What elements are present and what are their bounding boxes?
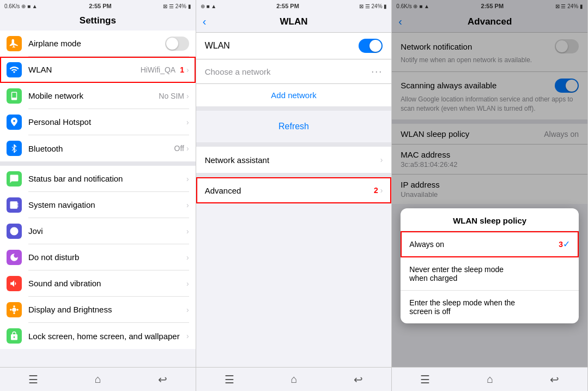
settings-row-statusbar[interactable]: Status bar and notification › (0, 166, 196, 192)
advanced-chevron: › (380, 186, 383, 195)
settings-panel: 0.6K/s ⊕ ■ ▲ 2:55 PM ⊠ ☰ 24% ▮ Settings … (0, 0, 196, 391)
wlan-label: WLAN (28, 65, 52, 74)
display-chevron: › (186, 305, 189, 314)
always-on-checkmark: ✓ (563, 239, 570, 249)
jovi-row-content: Jovi › (28, 218, 189, 244)
disturb-icon (7, 250, 22, 265)
menu-button-1[interactable]: ☰ (28, 373, 38, 386)
back-button-1[interactable]: ↩ (158, 373, 167, 386)
settings-title: Settings (7, 15, 189, 26)
settings-row-hotspot[interactable]: Personal Hotspot › (0, 109, 196, 135)
settings-group-1: Airplane mode WLAN HiWifi_QA 1 › (0, 31, 196, 161)
settings-row-mobile[interactable]: Mobile network No SIM › (0, 83, 196, 109)
lock-row-content: Lock screen, home screen, and wallpaper … (28, 323, 189, 349)
wlan-main-toggle[interactable] (359, 39, 383, 53)
bluetooth-value: Off (174, 144, 184, 153)
settings-row-sound[interactable]: Sound and vibration › (0, 270, 196, 297)
mobile-icon (7, 88, 22, 104)
navigation-icon (7, 197, 22, 213)
status-left-1: 0.6K/s ⊕ ■ ▲ (4, 3, 38, 9)
back-button-2[interactable]: ↩ (354, 373, 363, 386)
network-assistant-row[interactable]: Network assistant › (196, 147, 392, 173)
settings-row-airplane[interactable]: Airplane mode (0, 31, 196, 57)
wlan-divider-4 (196, 173, 392, 177)
wlan-divider-2 (196, 106, 392, 111)
wlan-right: HiWifi_QA 1 › (141, 65, 189, 74)
status-bar-1: 0.6K/s ⊕ ■ ▲ 2:55 PM ⊠ ☰ 24% ▮ (0, 0, 196, 12)
settings-header: Settings (0, 12, 196, 31)
network-assist-section: Network assistant › (196, 147, 392, 173)
home-button-2[interactable]: ⌂ (290, 373, 297, 386)
wlan-panel: ⊕ ■ ▲ 2:55 PM ⊠ ☰ 24% ▮ ‹ WLAN WLAN Choo… (196, 0, 392, 391)
wlan-title: WLAN (280, 16, 308, 27)
statusbar-icon (7, 171, 22, 187)
add-network-row[interactable]: Add network (196, 84, 392, 106)
status-left-2: ⊕ ■ ▲ (201, 3, 217, 9)
jovi-label: Jovi (28, 226, 43, 236)
status-time-1: 2:55 PM (89, 3, 112, 9)
home-button-3[interactable]: ⌂ (487, 373, 493, 386)
settings-row-bluetooth[interactable]: Bluetooth Off › (0, 135, 196, 161)
mobile-value: No SIM (159, 92, 184, 100)
refresh-row[interactable]: Refresh (196, 111, 392, 142)
display-icon (7, 302, 22, 317)
wlan-toggle-section: WLAN Choose a network ··· Add network (196, 33, 392, 106)
disturb-label: Do not disturb (28, 252, 79, 262)
wlan-back-btn[interactable]: ‹ (203, 15, 207, 28)
settings-row-display[interactable]: Display and Brightness › (0, 297, 196, 323)
statusbar-chevron: › (186, 175, 189, 183)
loading-indicator: ··· (371, 66, 383, 77)
wlan-value: HiWifi_QA (141, 65, 176, 74)
settings-row-navigation[interactable]: System navigation › (0, 192, 196, 218)
advanced-section: Advanced 2 › (196, 177, 392, 203)
wlan-divider-3 (196, 142, 392, 147)
navigation-label: System navigation (28, 200, 95, 209)
mobile-right: No SIM › (159, 92, 189, 100)
back-button-3[interactable]: ↩ (550, 373, 559, 386)
jovi-chevron: › (186, 227, 189, 236)
dialog-option-never-sleep[interactable]: Never enter the sleep modewhen charged (401, 257, 579, 291)
airplane-toggle[interactable] (165, 37, 189, 51)
menu-button-2[interactable]: ☰ (225, 373, 234, 386)
advanced-step: 2 (374, 186, 378, 195)
menu-button-3[interactable]: ☰ (420, 373, 430, 386)
dialog-option-always-on[interactable]: Always on 3 ✓ (401, 231, 579, 257)
status-bar-2: ⊕ ■ ▲ 2:55 PM ⊠ ☰ 24% ▮ (196, 0, 392, 12)
settings-row-lock[interactable]: Lock screen, home screen, and wallpaper … (0, 323, 196, 349)
dialog-option-sleep-screen-off[interactable]: Enter the sleep mode when thescreen is o… (401, 291, 579, 323)
wlan-icon (7, 62, 22, 77)
mobile-label: Mobile network (28, 91, 83, 100)
advanced-panel: 0.6K/s ⊕ ■ ▲ 2:55 PM ⊠ ☰ 24% ▮ ‹ Advance… (392, 0, 588, 391)
advanced-row[interactable]: Advanced 2 › (196, 177, 392, 203)
lock-label: Lock screen, home screen, and wallpaper (28, 332, 180, 341)
sleep-policy-dialog: WLAN sleep policy Always on 3 ✓ Never en… (401, 208, 579, 323)
settings-group-2: Status bar and notification › System nav… (0, 166, 196, 349)
display-row-content: Display and Brightness › (28, 297, 189, 323)
bluetooth-icon (7, 141, 22, 156)
always-on-step: 3 (559, 240, 563, 249)
airplane-icon (7, 36, 22, 51)
jovi-icon (7, 224, 22, 239)
settings-scroll[interactable]: Airplane mode WLAN HiWifi_QA 1 › (0, 31, 196, 367)
airplane-toggle-thumb (166, 38, 178, 50)
sound-label: Sound and vibration (28, 279, 101, 288)
status-time-2: 2:55 PM (276, 3, 299, 9)
network-assistant-chevron: › (380, 155, 383, 164)
bluetooth-chevron: › (186, 144, 189, 153)
wlan-main-toggle-thumb (369, 40, 381, 52)
wlan-scroll[interactable]: WLAN Choose a network ··· Add network Re… (196, 33, 392, 367)
settings-row-jovi[interactable]: Jovi › (0, 218, 196, 244)
always-on-label: Always on (409, 240, 556, 249)
hotspot-row-content: Personal Hotspot › (28, 109, 189, 135)
airplane-label: Airplane mode (28, 39, 81, 48)
wlan-toggle-row[interactable]: WLAN (196, 33, 392, 59)
bottom-nav-2: ☰ ⌂ ↩ (196, 367, 392, 391)
bluetooth-label: Bluetooth (28, 144, 63, 153)
home-button-1[interactable]: ⌂ (95, 373, 101, 386)
status-right-1: ⊠ ☰ 24% ▮ (163, 3, 191, 9)
settings-row-wlan[interactable]: WLAN HiWifi_QA 1 › (0, 57, 196, 83)
never-sleep-label: Never enter the sleep modewhen charged (409, 265, 570, 282)
settings-row-disturb[interactable]: Do not disturb › (0, 244, 196, 270)
navigation-chevron: › (186, 201, 189, 209)
sound-chevron: › (186, 279, 189, 288)
